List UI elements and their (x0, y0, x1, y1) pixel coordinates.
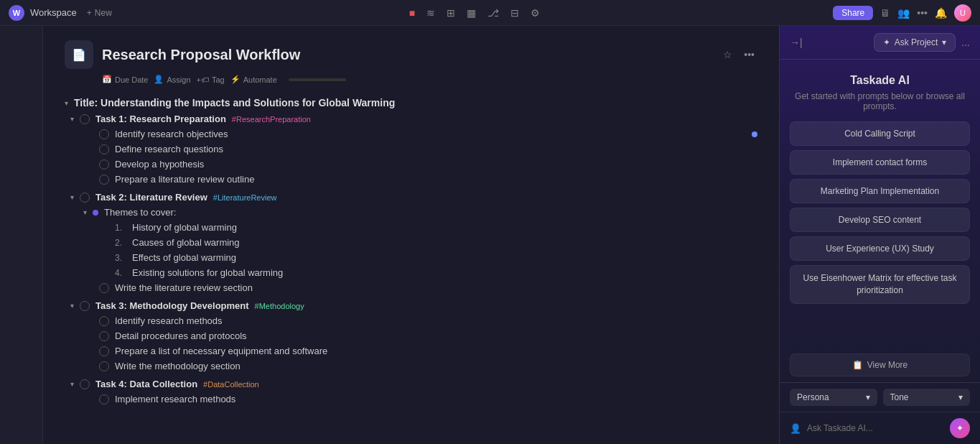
task-3-row[interactable]: ▾ Task 3: Methodology Development #Metho… (65, 298, 757, 313)
task3-sub4-row[interactable]: Write the methodology section (65, 359, 757, 374)
prompt-list: Cold Calling Script Implement contact fo… (780, 121, 980, 348)
task4-tag: #DataCollection (203, 380, 259, 389)
task1-sub4-checkbox[interactable] (99, 175, 109, 185)
task1-sub2-checkbox[interactable] (99, 144, 109, 154)
task1-chevron[interactable]: ▾ (70, 115, 74, 123)
ask-input-row: 👤 ✦ (780, 412, 980, 444)
chat-icon[interactable]: ≋ (426, 7, 435, 19)
tag-toolbar[interactable]: +🏷 Tag (197, 75, 225, 84)
new-button[interactable]: + New (83, 6, 116, 19)
layout-icon[interactable]: ⊟ (510, 7, 519, 19)
task1-checkbox[interactable] (80, 114, 90, 124)
task2-extra-row[interactable]: Write the literature review section (65, 280, 757, 295)
task-2-row[interactable]: ▾ Task 2: Literature Review #LiteratureR… (65, 190, 757, 205)
workspace-logo: W (9, 5, 24, 21)
assign-label: Assign (167, 75, 190, 84)
send-button[interactable]: ✦ (950, 418, 970, 438)
themes-item4-row[interactable]: 4. Existing solutions for global warming (65, 265, 757, 280)
users-icon[interactable]: 👥 (897, 7, 910, 19)
task3-sub1-checkbox[interactable] (99, 316, 109, 326)
task1-sub3-label: Develop a hypothesis (115, 159, 204, 170)
prompt-ux-study[interactable]: User Experience (UX) Study (790, 236, 970, 261)
prompt-marketing-plan[interactable]: Marketing Plan Implementation (790, 179, 970, 203)
task1-sub2-row[interactable]: Define research questions (65, 142, 757, 157)
monitor-icon[interactable]: 🖥 (880, 7, 890, 19)
calendar-icon[interactable]: ▦ (467, 7, 476, 19)
due-date-toolbar[interactable]: 📅 Due Date (102, 75, 148, 84)
prompt-contact-forms[interactable]: Implement contact forms (790, 150, 970, 175)
task-4-row[interactable]: ▾ Task 4: Data Collection #DataCollectio… (65, 376, 757, 392)
red-icon[interactable]: ■ (409, 7, 415, 19)
persona-dropdown[interactable]: Persona ▾ (790, 389, 877, 406)
tone-dropdown[interactable]: Tone ▾ (883, 389, 971, 406)
task3-tag: #Methodology (255, 302, 304, 310)
task3-sub2-row[interactable]: Detail procedures and protocols (65, 328, 757, 343)
task3-sub4-checkbox[interactable] (99, 361, 109, 371)
task3-checkbox[interactable] (80, 301, 90, 311)
themes-item1-row[interactable]: 1. History of global warming (65, 220, 757, 235)
star-button[interactable]: ☆ (720, 46, 735, 63)
project-title: Research Proposal Workflow (102, 47, 711, 63)
progress-bar (289, 78, 346, 81)
task3-sub3-row[interactable]: Prepare a list of necessary equipment an… (65, 343, 757, 359)
avatar[interactable]: U (954, 4, 971, 22)
grid-icon[interactable]: ⊞ (447, 7, 455, 19)
task1-sub1-row[interactable]: Identify research objectives (65, 126, 757, 142)
task-1-row[interactable]: ▾ Task 1: Research Preparation #Research… (65, 111, 757, 126)
task3-sub1-row[interactable]: Identify research methods (65, 313, 757, 328)
collapse-button[interactable]: →| (790, 37, 803, 48)
topbar-right: Share 🖥 👥 ••• 🔔 U (833, 4, 971, 22)
sidebar-more-button[interactable]: ... (961, 37, 970, 48)
share-button[interactable]: Share (833, 6, 873, 20)
task2-extra-checkbox[interactable] (99, 283, 109, 293)
settings-icon[interactable]: ⚙ (531, 7, 540, 19)
project-header: 📄 Research Proposal Workflow ☆ ••• 📅 Due… (43, 26, 779, 93)
new-label: New (95, 8, 112, 18)
task2-extra-label: Write the literature review section (115, 282, 253, 293)
task-group-2: ▾ Task 2: Literature Review #LiteratureR… (65, 190, 757, 295)
task4-label: Task 4: Data Collection (95, 379, 197, 389)
task2-chevron[interactable]: ▾ (70, 193, 74, 201)
themes-bullet-row[interactable]: ▾ Themes to cover: (65, 205, 757, 220)
task1-label: Task 1: Research Preparation (95, 114, 226, 124)
toolbar-row: 📅 Due Date 👤 Assign +🏷 Tag ⚡ Automate (65, 75, 757, 84)
automate-toolbar[interactable]: ⚡ Automate (230, 75, 277, 84)
task4-sub1-checkbox[interactable] (99, 394, 109, 404)
task3-sub2-checkbox[interactable] (99, 331, 109, 341)
themes-item2-row[interactable]: 2. Causes of global warming (65, 235, 757, 250)
prompt-cold-calling[interactable]: Cold Calling Script (790, 121, 970, 146)
task4-checkbox[interactable] (80, 379, 90, 389)
task3-chevron[interactable]: ▾ (70, 302, 74, 310)
notification-dot (752, 131, 757, 137)
prompt-eisenhower[interactable]: Use Eisenhower Matrix for effective task… (790, 265, 970, 304)
themes-bullet-dot (93, 210, 98, 216)
right-sidebar: →| ✦ Ask Project ▾ ... Taskade AI Get st… (779, 26, 980, 444)
share-icon[interactable]: ⎇ (487, 7, 499, 19)
task3-sub3-checkbox[interactable] (99, 346, 109, 356)
task1-sub1-checkbox[interactable] (99, 129, 109, 139)
task2-tag: #LiteratureReview (213, 193, 277, 202)
prompt-seo-content[interactable]: Develop SEO content (790, 208, 970, 232)
section-header: ▾ Title: Understanding the Impacts and S… (65, 93, 757, 111)
task1-sub3-checkbox[interactable] (99, 159, 109, 170)
ask-project-button[interactable]: ✦ Ask Project ▾ (874, 33, 956, 52)
themes-chevron[interactable]: ▾ (83, 208, 87, 216)
task4-sub1-row[interactable]: Implement research methods (65, 392, 757, 407)
themes-item3-row[interactable]: 3. Effects of global warming (65, 250, 757, 265)
bell-icon[interactable]: 🔔 (935, 7, 947, 19)
more-icon[interactable]: ••• (917, 7, 928, 19)
persona-label: Persona (797, 392, 829, 402)
task1-sub4-row[interactable]: Prepare a literature review outline (65, 172, 757, 187)
ai-title: Taskade AI (790, 74, 970, 87)
task1-sub3-row[interactable]: Develop a hypothesis (65, 157, 757, 172)
section-chevron-icon[interactable]: ▾ (65, 99, 68, 107)
task4-sub1-label: Implement research methods (115, 394, 235, 404)
task2-checkbox[interactable] (80, 193, 90, 203)
more-options-button[interactable]: ••• (741, 46, 757, 63)
task-group-1: ▾ Task 1: Research Preparation #Research… (65, 111, 757, 187)
ask-input[interactable] (807, 423, 944, 433)
assign-toolbar[interactable]: 👤 Assign (154, 75, 190, 84)
ai-section: Taskade AI Get started with prompts belo… (780, 60, 980, 121)
task4-chevron[interactable]: ▾ (70, 380, 74, 388)
view-more-button[interactable]: 📋 View More (790, 353, 970, 376)
